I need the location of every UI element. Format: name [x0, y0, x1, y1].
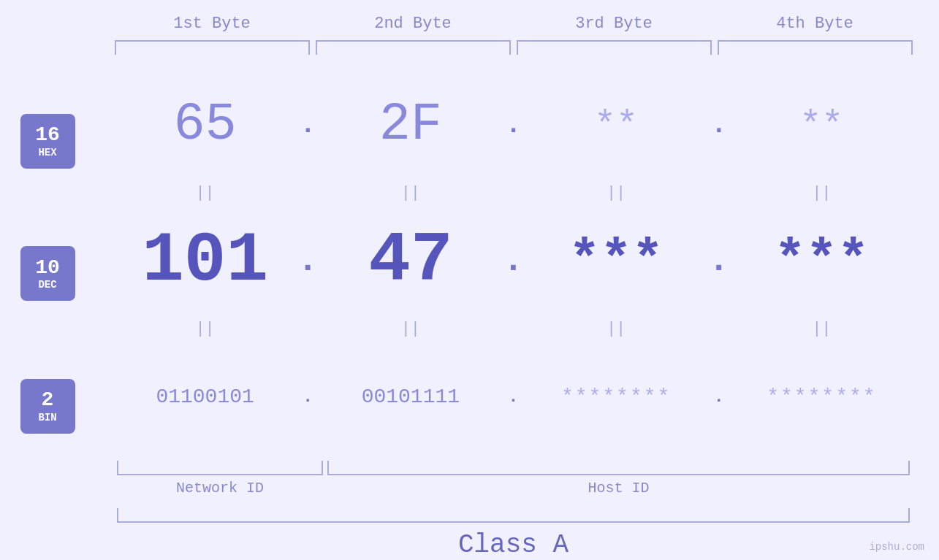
eq-2-1: || [117, 320, 293, 338]
hex-badge: 16 HEX [20, 114, 75, 169]
outer-bracket [117, 508, 910, 523]
eq-2-4: || [734, 320, 910, 338]
eq-1-4: || [734, 184, 910, 202]
network-bracket [117, 461, 323, 475]
dec-dot-3: . [704, 241, 734, 280]
top-bracket-4 [718, 40, 913, 55]
id-brackets [117, 461, 910, 475]
byte-header-3: 3rd Byte [514, 15, 715, 33]
dec-val-2: 47 [368, 221, 452, 301]
bin-badge-label: BIN [38, 412, 56, 423]
dec-badge-label: DEC [38, 279, 56, 291]
main-area: 16 HEX 10 DEC 2 BIN 65 . 2F [0, 68, 939, 560]
hex-cell-2: 2F [322, 95, 498, 155]
byte-headers: 1st Byte 2nd Byte 3rd Byte 4th Byte [112, 15, 916, 33]
dec-cell-3: *** [528, 231, 704, 291]
bin-badge-num: 2 [42, 389, 54, 412]
byte-header-2: 2nd Byte [313, 15, 514, 33]
bin-cell-4: ******** [734, 386, 910, 408]
dec-dot-2: . [499, 241, 528, 280]
watermark: ipshu.com [869, 541, 924, 553]
dec-val-3: *** [569, 231, 664, 291]
dec-cell-2: 47 [322, 221, 498, 301]
hex-badge-num: 16 [35, 124, 60, 147]
eq-1-1: || [117, 184, 293, 202]
dec-cell-4: *** [734, 231, 910, 291]
hex-cell-3: ** [528, 104, 704, 146]
id-labels: Network ID Host ID [117, 480, 910, 496]
bottom-bracket-area: Network ID Host ID Class A [95, 461, 932, 560]
main-container: 1st Byte 2nd Byte 3rd Byte 4th Byte 16 H… [0, 0, 939, 560]
hex-val-2: 2F [379, 95, 442, 155]
dec-badge-num: 10 [35, 257, 60, 280]
equals-row-1: || || || || [95, 182, 932, 204]
bin-badge: 2 BIN [20, 379, 75, 434]
equals-row-2: || || || || [95, 318, 932, 340]
eq-2-3: || [528, 320, 704, 338]
dec-val-1: 101 [142, 221, 268, 301]
hex-val-1: 65 [173, 95, 236, 155]
rows-area: 65 . 2F . ** . ** || || [95, 68, 939, 560]
dec-dot-1: . [293, 241, 322, 280]
top-bracket-1 [115, 40, 310, 55]
bin-row: 01100101 . 00101111 . ******** . *******… [95, 340, 932, 453]
bin-cell-2: 00101111 [322, 386, 498, 408]
hex-dot-3: . [704, 110, 734, 140]
byte-header-4: 4th Byte [715, 15, 916, 33]
hex-cell-1: 65 [117, 95, 293, 155]
network-id-label: Network ID [117, 480, 323, 496]
top-bracket [112, 40, 916, 55]
eq-1-3: || [528, 184, 704, 202]
hex-dot-2: . [499, 110, 528, 140]
host-id-label: Host ID [327, 480, 910, 496]
top-bracket-2 [316, 40, 511, 55]
bin-cell-3: ******** [528, 386, 704, 408]
dec-val-4: *** [775, 231, 870, 291]
bin-val-1: 01100101 [156, 386, 254, 408]
byte-header-1: 1st Byte [112, 15, 313, 33]
hex-val-3: ** [594, 104, 638, 146]
top-bracket-3 [517, 40, 712, 55]
hex-cell-4: ** [734, 104, 910, 146]
hex-dot-1: . [293, 110, 322, 140]
dec-cell-1: 101 [117, 221, 293, 301]
host-bracket [327, 461, 910, 475]
bin-val-3: ******** [561, 386, 671, 408]
base-labels-column: 16 HEX 10 DEC 2 BIN [0, 68, 95, 560]
hex-row: 65 . 2F . ** . ** [95, 68, 932, 182]
dec-badge: 10 DEC [20, 246, 75, 301]
bin-val-4: ******** [767, 386, 876, 408]
class-label: Class A [117, 530, 910, 560]
eq-2-2: || [322, 320, 498, 338]
hex-badge-label: HEX [38, 147, 56, 158]
bin-dot-3: . [704, 387, 734, 407]
bin-dot-2: . [499, 387, 528, 407]
bin-dot-1: . [293, 387, 322, 407]
hex-val-4: ** [799, 104, 843, 146]
eq-1-2: || [322, 184, 498, 202]
dec-row: 101 . 47 . *** . *** [95, 204, 932, 318]
bin-val-2: 00101111 [362, 386, 460, 408]
bin-cell-1: 01100101 [117, 386, 293, 408]
